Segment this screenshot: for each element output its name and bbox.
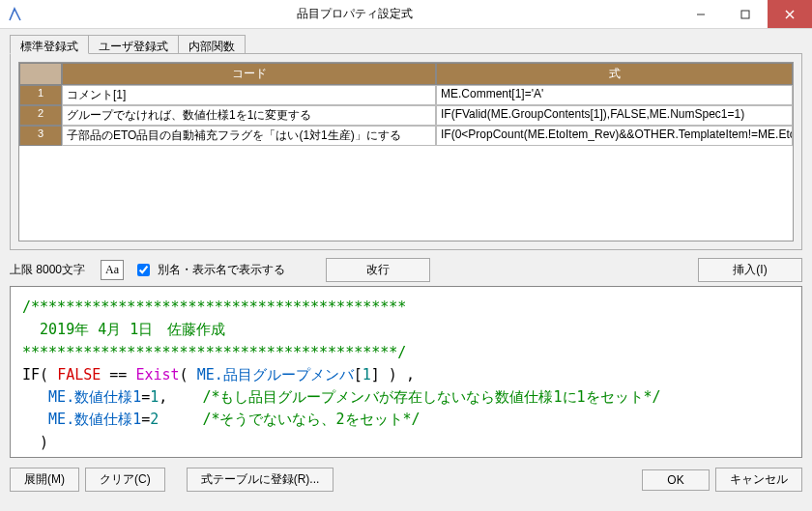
char-limit-label: 上限 8000文字 <box>10 262 85 278</box>
expand-button[interactable]: 展開(M) <box>10 468 79 492</box>
font-button[interactable]: Aa <box>101 260 124 280</box>
alias-checkbox[interactable] <box>137 264 150 276</box>
formula-editor[interactable]: /***************************************… <box>10 286 802 458</box>
alias-label: 別名・表示名で表示する <box>158 262 285 278</box>
bottom-buttons: 展開(M) クリア(C) 式テーブルに登録(R)... OK キャンセル <box>10 468 802 492</box>
row-number: 1 <box>19 85 62 105</box>
options-row: 上限 8000文字 Aa 別名・表示名で表示する 改行 挿入(I) <box>10 258 802 282</box>
table-row[interactable]: 3 子部品のETO品目の自動補充フラグを「はい(1対1生産)」にする IF(0<… <box>19 126 793 146</box>
cell-code: グループでなければ、数値仕様1を1に変更する <box>62 105 436 126</box>
close-button[interactable] <box>768 0 812 28</box>
titlebar: 品目プロパティ設定式 <box>0 0 812 29</box>
clear-button[interactable]: クリア(C) <box>85 468 165 492</box>
maximize-button[interactable] <box>723 0 768 28</box>
cell-code: コメント[1] <box>62 85 436 105</box>
window-title: 品目プロパティ設定式 <box>31 6 679 22</box>
cell-expr: ME.Comment[1]='A' <box>436 85 793 105</box>
app-icon <box>8 7 23 22</box>
cell-expr: IF(FValid(ME.GroupContents[1]),FALSE,ME.… <box>436 105 793 126</box>
row-number: 2 <box>19 105 62 126</box>
col-rownum <box>19 63 62 85</box>
tab-content: コード 式 1 コメント[1] ME.Comment[1]='A' 2 グループ… <box>10 53 802 250</box>
col-expr: 式 <box>436 63 793 85</box>
col-code: コード <box>62 63 436 85</box>
tab-strip: 標準登録式 ユーザ登録式 内部関数 <box>10 35 802 54</box>
tab-standard[interactable]: 標準登録式 <box>10 35 89 54</box>
formula-table: コード 式 1 コメント[1] ME.Comment[1]='A' 2 グループ… <box>18 62 794 241</box>
register-button[interactable]: 式テーブルに登録(R)... <box>187 468 334 492</box>
newline-button[interactable]: 改行 <box>326 258 430 282</box>
table-row[interactable]: 2 グループでなければ、数値仕様1を1に変更する IF(FValid(ME.Gr… <box>19 105 793 126</box>
row-number: 3 <box>19 126 62 146</box>
ok-button[interactable]: OK <box>642 469 710 491</box>
svg-rect-1 <box>741 11 749 18</box>
cell-code: 子部品のETO品目の自動補充フラグを「はい(1対1生産)」にする <box>62 126 436 146</box>
insert-button[interactable]: 挿入(I) <box>698 258 802 282</box>
cancel-button[interactable]: キャンセル <box>715 468 802 492</box>
cell-expr: IF(0<PropCount(ME.EtoItem_Rev)&&OTHER.Te… <box>436 126 793 146</box>
minimize-button[interactable] <box>679 0 723 28</box>
tab-user[interactable]: ユーザ登録式 <box>88 35 179 54</box>
table-row[interactable]: 1 コメント[1] ME.Comment[1]='A' <box>19 85 793 105</box>
tab-internal[interactable]: 内部関数 <box>178 35 246 54</box>
